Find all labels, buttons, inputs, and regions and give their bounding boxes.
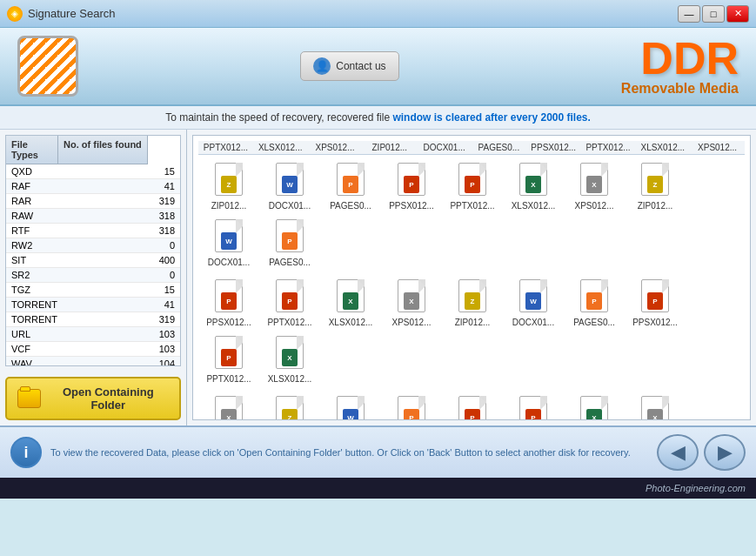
table-row[interactable]: RAR319 xyxy=(6,194,180,209)
next-button[interactable]: ▶ xyxy=(704,434,746,471)
list-item[interactable]: P PPSX012... xyxy=(625,275,686,332)
app-logo xyxy=(17,36,78,97)
file-icon-container: X xyxy=(396,279,427,316)
file-type-color: P xyxy=(525,409,541,420)
file-label: PPTX012... xyxy=(262,318,318,327)
status-bar: i To view the recovered Data, please cli… xyxy=(0,425,756,478)
list-item[interactable]: P PPSX012... xyxy=(198,275,259,332)
file-type-color: X xyxy=(404,292,419,310)
file-label: PPTX012... xyxy=(445,201,500,211)
list-item[interactable]: P PAGES0... xyxy=(564,275,625,332)
col-file-types: File Types xyxy=(6,136,58,164)
list-item[interactable]: X XPS012... xyxy=(381,275,442,332)
file-label: XLSX012... xyxy=(323,318,378,327)
list-item[interactable]: P PAGES0... xyxy=(320,158,381,215)
list-item[interactable]: W DOCX01... xyxy=(503,275,564,332)
file-type-color: X xyxy=(647,409,663,420)
list-item[interactable]: W DOCX01... xyxy=(198,215,259,271)
list-item[interactable]: P PPTX012... xyxy=(259,275,320,332)
list-item[interactable]: Z ZIP012... xyxy=(625,158,686,215)
grid-content: Z ZIP012... W DOCX01... P PAGES0... P xyxy=(198,158,745,420)
list-item[interactable]: W DOCX01... xyxy=(259,158,320,215)
list-item[interactable]: P PPSX012... xyxy=(381,158,442,215)
file-type-color: X xyxy=(586,409,602,420)
table-row[interactable]: URL103 xyxy=(6,327,180,342)
list-item[interactable]: W DOCX01... xyxy=(320,392,381,420)
file-icon-container: P xyxy=(396,396,427,420)
table-row[interactable]: TGZ15 xyxy=(6,283,180,298)
list-item[interactable]: X XLSX012... xyxy=(503,158,564,215)
file-type-table[interactable]: File Types No. of files found QXD15RAF41… xyxy=(5,135,181,366)
contact-button[interactable]: 👤 Contact us xyxy=(300,51,398,81)
file-label: PPTX012... xyxy=(201,374,257,384)
app-header: 👤 Contact us DDR Removable Media xyxy=(0,28,756,106)
file-icon-base: X xyxy=(337,279,365,312)
file-icon-container: Z xyxy=(639,163,671,199)
list-item[interactable]: P PPSX012... xyxy=(442,392,503,420)
file-icon-base: P xyxy=(398,396,425,420)
file-icon-base: P xyxy=(276,279,304,312)
list-item[interactable]: X XLSX012... xyxy=(259,332,320,388)
table-row[interactable]: RAF41 xyxy=(6,179,180,194)
info-bar: To maintain the speed of recovery, recov… xyxy=(0,106,756,130)
list-item[interactable]: X XPS012... xyxy=(625,392,686,420)
table-row[interactable]: TORRENT41 xyxy=(6,298,180,312)
grid-header-item: XPS012... xyxy=(690,141,745,154)
file-type-color: W xyxy=(282,176,298,193)
minimize-button[interactable]: — xyxy=(678,5,700,23)
file-icon-base: P xyxy=(398,163,425,196)
grid-header-item: DOCX01... xyxy=(417,141,472,154)
file-icon-container: P xyxy=(213,279,244,316)
list-item[interactable]: X XLSX012... xyxy=(564,392,625,420)
list-item[interactable]: Z ZIP012... xyxy=(198,158,259,215)
file-icon-base: Z xyxy=(276,396,304,420)
table-row[interactable]: TORRENT319 xyxy=(6,312,180,327)
grid-header-item: XLSX012... xyxy=(253,141,308,154)
file-label: DOCX01... xyxy=(505,318,561,327)
list-item[interactable]: P PPTX012... xyxy=(198,332,259,388)
close-button[interactable]: ✕ xyxy=(726,5,749,23)
maximize-button[interactable]: □ xyxy=(702,5,725,23)
grid-header-item: PPTX012... xyxy=(198,141,253,154)
file-icon-container: P xyxy=(639,279,671,316)
file-label: PAGES0... xyxy=(262,258,318,267)
table-row[interactable]: RTF318 xyxy=(6,224,180,238)
file-icon-base: P xyxy=(276,219,304,252)
list-item[interactable]: X XPS012... xyxy=(198,392,259,420)
table-row[interactable]: QXD15 xyxy=(6,164,180,179)
table-row[interactable]: RAW318 xyxy=(6,209,180,224)
table-row[interactable]: VCF103 xyxy=(6,342,180,357)
file-icon-container: X xyxy=(518,163,549,199)
grid-header-item: PPTX012... xyxy=(581,141,636,154)
info-icon: i xyxy=(10,437,42,468)
file-icon-container: X xyxy=(213,396,244,420)
list-item[interactable]: Z ZIP012... xyxy=(259,392,320,420)
col-file-count: No. of files found xyxy=(58,136,148,164)
file-type-color: Z xyxy=(465,292,480,310)
brand-subtitle: Removable Media xyxy=(621,81,739,97)
list-item[interactable]: P PAGES0... xyxy=(259,215,320,271)
list-item[interactable]: X XPS012... xyxy=(564,158,625,215)
file-icon-container: P xyxy=(579,279,610,316)
file-icon-container: P xyxy=(335,163,366,199)
table-row[interactable]: WAV104 xyxy=(6,357,180,367)
list-item[interactable]: P PPTX012... xyxy=(503,392,564,420)
list-item[interactable]: Z ZIP012... xyxy=(442,275,503,332)
table-row[interactable]: SR20 xyxy=(6,268,180,283)
back-button[interactable]: ◀ xyxy=(657,434,699,471)
info-highlight: window is cleared after every 2000 files… xyxy=(392,111,590,124)
list-item[interactable]: P PPTX012... xyxy=(442,158,503,215)
table-row[interactable]: SIT400 xyxy=(6,253,180,268)
file-type-color: X xyxy=(343,292,358,310)
list-item[interactable]: X XLSX012... xyxy=(320,275,381,332)
file-label: PPSX012... xyxy=(384,201,439,211)
file-icon-base: Z xyxy=(641,163,669,196)
file-icon-base: X xyxy=(580,396,608,420)
file-type-color: X xyxy=(221,409,237,420)
file-type-color: W xyxy=(343,409,358,420)
list-item[interactable]: P PAGES0... xyxy=(381,392,442,420)
file-grid-panel[interactable]: PPTX012...XLSX012...XPS012...ZIP012...DO… xyxy=(192,135,751,420)
table-row[interactable]: RW20 xyxy=(6,238,180,253)
open-folder-button[interactable]: Open Containing Folder xyxy=(5,377,181,420)
file-label: DOCX01... xyxy=(262,201,318,211)
